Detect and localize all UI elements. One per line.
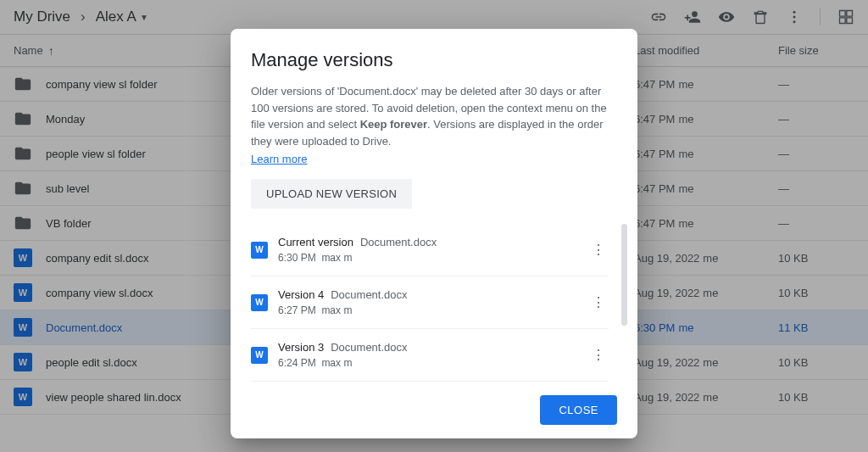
version-item: WVersion 3Document.docx6:24 PM max m⋮ [251,329,609,382]
version-label: Version 4 [278,288,324,301]
version-item: WCurrent versionDocument.docx6:30 PM max… [251,224,609,276]
version-menu-button[interactable]: ⋮ [588,347,609,363]
word-doc-icon: W [251,242,268,259]
learn-more-link[interactable]: Learn more [251,153,617,165]
version-label: Version 3 [278,341,324,354]
version-menu-button[interactable]: ⋮ [588,294,609,310]
version-filename: Document.docx [331,288,407,301]
version-time: 6:30 PM [278,252,316,264]
version-list: WCurrent versionDocument.docx6:30 PM max… [251,224,617,382]
close-button[interactable]: CLOSE [540,395,617,425]
version-item: WVersion 4Document.docx6:27 PM max m⋮ [251,276,609,329]
version-filename: Document.docx [331,341,407,354]
word-doc-icon: W [251,347,268,364]
version-by: max m [321,252,352,264]
dialog-title: Manage versions [251,49,617,71]
version-menu-button[interactable]: ⋮ [588,242,609,258]
word-doc-icon: W [251,294,268,311]
scrollbar-thumb[interactable] [621,224,627,326]
version-filename: Document.docx [360,236,437,248]
upload-new-version-button[interactable]: UPLOAD NEW VERSION [251,179,412,209]
manage-versions-dialog: Manage versions Older versions of 'Docum… [231,29,637,438]
version-label: Current version [278,236,353,248]
version-time: 6:27 PM [278,304,316,316]
dialog-description: Older versions of 'Document.docx' may be… [251,83,617,149]
version-by: max m [321,357,352,369]
version-time: 6:24 PM [278,357,316,369]
version-by: max m [321,304,352,316]
